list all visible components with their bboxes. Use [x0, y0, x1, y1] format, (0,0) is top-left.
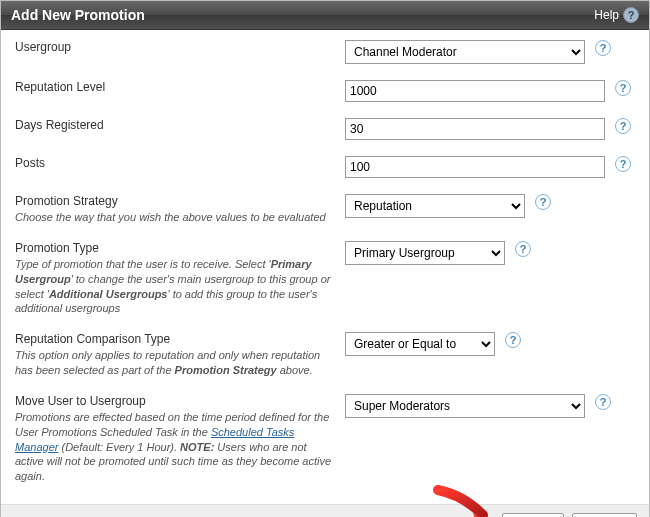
help-icon[interactable]: ? — [595, 394, 611, 410]
help-icon[interactable]: ? — [615, 156, 631, 172]
help-icon: ? — [623, 7, 639, 23]
panel-title: Add New Promotion — [11, 7, 145, 23]
reputation-level-label: Reputation Level — [15, 80, 335, 94]
move-usergroup-desc: Promotions are effected based on the tim… — [15, 410, 335, 484]
row-promotion-type: Promotion Type Type of promotion that th… — [15, 241, 635, 316]
save-button[interactable]: Save — [502, 513, 563, 517]
promotion-strategy-label: Promotion Strategy — [15, 194, 335, 208]
row-posts: Posts ? — [15, 156, 635, 178]
help-icon[interactable]: ? — [615, 118, 631, 134]
help-link[interactable]: Help ? — [594, 7, 639, 23]
help-label: Help — [594, 8, 619, 22]
posts-input[interactable] — [345, 156, 605, 178]
comparison-type-label: Reputation Comparison Type — [15, 332, 335, 346]
move-usergroup-select[interactable]: Super Moderators — [345, 394, 585, 418]
promotion-strategy-select[interactable]: Reputation — [345, 194, 525, 218]
promotion-type-desc: Type of promotion that the user is to re… — [15, 257, 335, 316]
svg-marker-0 — [473, 513, 495, 517]
help-icon[interactable]: ? — [615, 80, 631, 96]
row-promotion-strategy: Promotion Strategy Choose the way that y… — [15, 194, 635, 225]
row-days-registered: Days Registered ? — [15, 118, 635, 140]
row-usergroup: Usergroup Channel Moderator ? — [15, 40, 635, 64]
reset-button[interactable]: Reset — [572, 513, 637, 517]
promotion-type-select[interactable]: Primary Usergroup — [345, 241, 505, 265]
help-icon[interactable]: ? — [595, 40, 611, 56]
panel-header: Add New Promotion Help ? — [1, 1, 649, 30]
move-usergroup-label: Move User to Usergroup — [15, 394, 335, 408]
posts-label: Posts — [15, 156, 335, 170]
row-comparison-type: Reputation Comparison Type This option o… — [15, 332, 635, 378]
days-registered-label: Days Registered — [15, 118, 335, 132]
days-registered-input[interactable] — [345, 118, 605, 140]
help-icon[interactable]: ? — [505, 332, 521, 348]
usergroup-label: Usergroup — [15, 40, 335, 54]
row-reputation-level: Reputation Level ? — [15, 80, 635, 102]
add-promotion-panel: Add New Promotion Help ? Usergroup Chann… — [0, 0, 650, 517]
reputation-level-input[interactable] — [345, 80, 605, 102]
promotion-type-label: Promotion Type — [15, 241, 335, 255]
promotion-strategy-desc: Choose the way that you wish the above v… — [15, 210, 335, 225]
row-move-usergroup: Move User to Usergroup Promotions are ef… — [15, 394, 635, 484]
panel-body: Usergroup Channel Moderator ? Reputation… — [1, 30, 649, 504]
usergroup-select[interactable]: Channel Moderator — [345, 40, 585, 64]
help-icon[interactable]: ? — [515, 241, 531, 257]
panel-footer: Save Reset — [1, 504, 649, 517]
comparison-type-desc: This option only applies to reputation a… — [15, 348, 335, 378]
help-icon[interactable]: ? — [535, 194, 551, 210]
comparison-type-select[interactable]: Greater or Equal to — [345, 332, 495, 356]
